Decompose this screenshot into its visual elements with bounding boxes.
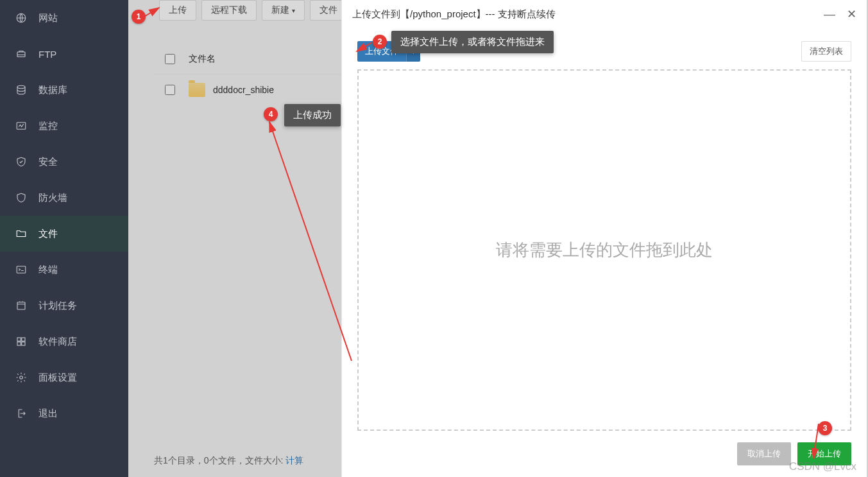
- upload-modal: 上传文件到【/python_project】--- 支持断点续传 — ✕ 上传文…: [341, 0, 867, 477]
- sidebar-item-firewall[interactable]: 防火墙: [0, 180, 128, 216]
- sidebar-item-label: 文件: [38, 228, 58, 240]
- sidebar-item-label: 终端: [38, 264, 58, 276]
- drop-zone-text: 请将需要上传的文件拖到此处: [496, 239, 713, 261]
- sidebar-item-label: 面板设置: [38, 372, 77, 384]
- annotation-badge-1: 1: [132, 10, 146, 24]
- sidebar-item-ftp[interactable]: FTP: [0, 36, 128, 72]
- modal-footer: 取消上传 开始上传: [342, 431, 867, 477]
- sidebar-item-appstore[interactable]: 软件商店: [0, 324, 128, 360]
- logout-icon: [15, 408, 27, 419]
- svg-rect-8: [17, 342, 21, 345]
- sidebar-item-security[interactable]: 安全: [0, 144, 128, 180]
- folder-icon: [15, 228, 27, 239]
- sidebar-item-settings[interactable]: 面板设置: [0, 360, 128, 395]
- svg-rect-9: [22, 342, 25, 345]
- minimize-icon[interactable]: —: [824, 8, 835, 20]
- sidebar-item-label: 安全: [38, 156, 58, 168]
- annotation-badge-2: 2: [373, 35, 387, 49]
- ftp-icon: [15, 48, 27, 60]
- annotation-tooltip-4: 上传成功: [284, 104, 341, 126]
- sidebar-item-label: 计划任务: [38, 300, 77, 312]
- shield-icon: [15, 156, 27, 168]
- firewall-icon: [15, 192, 27, 204]
- modal-header: 上传文件到【/python_project】--- 支持断点续传 — ✕: [342, 0, 867, 28]
- task-icon: [15, 300, 27, 311]
- database-icon: [15, 84, 27, 96]
- settings-icon: [15, 372, 27, 383]
- sidebar-item-cron[interactable]: 计划任务: [0, 288, 128, 324]
- svg-rect-7: [22, 338, 25, 341]
- sidebar-item-files[interactable]: 文件: [0, 216, 128, 252]
- sidebar-item-terminal[interactable]: 终端: [0, 252, 128, 288]
- svg-point-10: [20, 376, 23, 379]
- monitor-icon: [15, 120, 27, 132]
- svg-rect-6: [17, 338, 21, 341]
- sidebar-item-label: 软件商店: [38, 336, 77, 348]
- sidebar-item-logout[interactable]: 退出: [0, 395, 128, 431]
- start-upload-button[interactable]: 开始上传: [797, 442, 851, 465]
- appstore-icon: [15, 336, 27, 347]
- svg-point-2: [17, 85, 25, 89]
- svg-rect-4: [17, 266, 26, 273]
- svg-rect-1: [17, 52, 25, 57]
- annotation-badge-3: 3: [818, 421, 832, 435]
- cancel-upload-button[interactable]: 取消上传: [737, 442, 791, 465]
- sidebar-item-label: 网站: [38, 12, 58, 24]
- annotation-badge-4: 4: [264, 107, 278, 121]
- annotation-tooltip-2: 选择文件上传，或者将文件拖进来: [391, 31, 554, 53]
- close-icon[interactable]: ✕: [847, 8, 856, 20]
- sidebar-item-website[interactable]: 网站: [0, 0, 128, 36]
- clear-list-button[interactable]: 清空列表: [801, 41, 851, 62]
- sidebar-item-label: 监控: [38, 120, 58, 132]
- terminal-icon: [15, 264, 27, 275]
- sidebar-item-label: 退出: [38, 408, 58, 420]
- sidebar-item-database[interactable]: 数据库: [0, 72, 128, 108]
- svg-rect-5: [17, 302, 25, 309]
- sidebar-item-label: 防火墙: [38, 192, 67, 204]
- sidebar-item-label: 数据库: [38, 84, 67, 96]
- sidebar-item-label: FTP: [38, 49, 56, 60]
- sidebar-item-monitor[interactable]: 监控: [0, 108, 128, 144]
- sidebar: 网站 FTP 数据库 监控 安全 防火墙 文件 终端 计划任务 软件商店 面板设…: [0, 0, 128, 477]
- modal-title: 上传文件到【/python_project】--- 支持断点续传: [352, 8, 824, 21]
- drop-zone[interactable]: 请将需要上传的文件拖到此处: [357, 69, 851, 431]
- globe-icon: [15, 12, 27, 24]
